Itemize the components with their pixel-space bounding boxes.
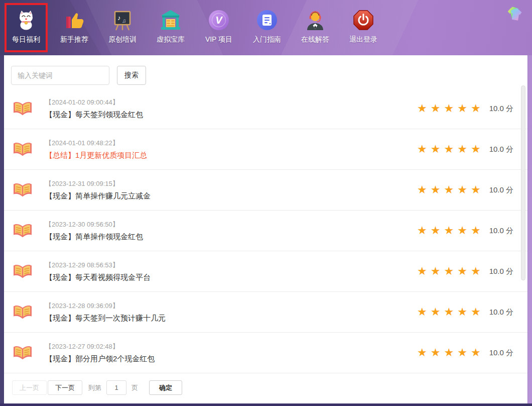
nav-label: 入门指南	[253, 35, 281, 44]
item-score: 10.0 分	[489, 308, 513, 317]
item-title[interactable]: 【现金】每天签到一次预计赚十几元	[45, 314, 166, 323]
item-timestamp: 【2023-12-28 09:36:09】	[45, 301, 166, 311]
confirm-page-button[interactable]: 确定	[149, 380, 182, 395]
search-button[interactable]: 搜索	[117, 66, 146, 85]
item-title[interactable]: 【现金】每天签到领现金红包	[45, 110, 143, 120]
star-rating-icon: ★★★★★	[417, 347, 484, 358]
nav-label: 虚拟宝库	[157, 35, 185, 44]
support-agent-icon	[304, 8, 326, 32]
star-rating-icon: ★★★★★	[417, 307, 484, 318]
search-input[interactable]	[11, 66, 109, 85]
item-score: 10.0 分	[489, 226, 513, 236]
nav-label: 退出登录	[349, 35, 377, 44]
list-item[interactable]: 【2023-12-28 09:36:09】 【现金】每天签到一次预计赚十几元 ★…	[4, 292, 527, 333]
lucky-cat-icon	[15, 8, 37, 32]
left-page-border	[0, 55, 4, 403]
svg-text:♫: ♫	[122, 18, 126, 24]
search-bar: 搜索	[4, 55, 527, 88]
item-rating: ★★★★★ 10.0 分	[417, 347, 513, 358]
star-rating-icon: ★★★★★	[417, 225, 484, 236]
prev-page-button[interactable]: 上一页	[12, 380, 47, 395]
item-rating: ★★★★★ 10.0 分	[417, 144, 513, 155]
nav-label: 新手推荐	[60, 35, 88, 44]
svg-text:♪: ♪	[117, 14, 121, 22]
item-title[interactable]: 【现金】每天看视频得现金平台	[45, 273, 151, 282]
svg-text:V: V	[215, 15, 223, 26]
nav-tab-newbie-picks[interactable]: 新手推荐	[53, 3, 96, 52]
blackboard-icon: ♪ ♫	[111, 8, 134, 32]
item-score: 10.0 分	[489, 104, 513, 114]
article-list: 【2024-01-02 09:00:44】 【现金】每天签到领现金红包 ★★★★…	[4, 88, 527, 373]
item-title[interactable]: 【现金】简单操作领现金红包	[45, 232, 143, 242]
book-icon	[12, 262, 33, 280]
goto-page-suffix: 页	[131, 383, 138, 392]
book-icon	[12, 181, 33, 199]
goto-page-prefix: 到第	[88, 383, 101, 392]
right-page-border	[527, 55, 532, 403]
nav-tab-virtual-treasury[interactable]: 虚拟宝库	[149, 3, 192, 52]
book-icon	[12, 344, 33, 362]
book-icon	[12, 99, 33, 118]
main-content: 搜索 【2024-01-02 09:00:44】 【现金】每天签到领现金红包	[4, 55, 527, 403]
item-title[interactable]: 【现金】部分用户领2个现金红包	[45, 354, 155, 364]
nav-tab-logout[interactable]: 退出登录	[342, 3, 385, 52]
list-item[interactable]: 【2023-12-29 08:56:53】 【现金】每天看视频得现金平台 ★★★…	[4, 251, 527, 292]
star-rating-icon: ★★★★★	[417, 144, 484, 155]
item-timestamp: 【2023-12-27 09:02:48】	[45, 342, 155, 351]
list-item[interactable]: 【2023-12-31 09:09:15】 【现金】简单操作赚几元立减金 ★★★…	[4, 170, 527, 211]
logout-power-icon	[352, 8, 374, 32]
item-timestamp: 【2023-12-29 08:56:53】	[45, 261, 151, 270]
list-item[interactable]: 【2024-01-01 09:48:22】 【总结】1月更新优质项目汇总 ★★★…	[4, 129, 527, 170]
item-rating: ★★★★★ 10.0 分	[417, 225, 513, 236]
item-title[interactable]: 【总结】1月更新优质项目汇总	[45, 151, 147, 160]
item-score: 10.0 分	[489, 145, 513, 154]
list-item[interactable]: 【2024-01-02 09:00:44】 【现金】每天签到领现金红包 ★★★★…	[4, 88, 527, 129]
nav-label: 在线解答	[301, 35, 329, 44]
item-timestamp: 【2023-12-30 09:56:50】	[45, 220, 143, 229]
star-rating-icon: ★★★★★	[417, 266, 484, 277]
nav-label: 原创培训	[108, 35, 137, 44]
book-icon	[12, 222, 33, 240]
nav-tab-getting-started[interactable]: 入门指南	[245, 3, 289, 52]
item-title[interactable]: 【现金】简单操作赚几元立减金	[45, 191, 151, 201]
item-timestamp: 【2023-12-31 09:09:15】	[45, 179, 151, 188]
star-rating-icon: ★★★★★	[417, 184, 484, 195]
item-rating: ★★★★★ 10.0 分	[417, 307, 513, 318]
top-nav: 每日福利 新手推荐 ♪ ♫ 原创培训	[0, 0, 532, 55]
thumbs-up-icon	[63, 8, 85, 32]
nav-tab-vip-projects[interactable]: V VIP 项目	[197, 3, 240, 52]
item-timestamp: 【2024-01-01 09:48:22】	[45, 139, 147, 148]
bottom-page-border	[0, 403, 532, 406]
list-item[interactable]: 【2023-12-27 09:02:48】 【现金】部分用户领2个现金红包 ★★…	[4, 333, 527, 373]
nav-label: VIP 项目	[205, 35, 232, 44]
item-score: 10.0 分	[489, 267, 513, 276]
item-rating: ★★★★★ 10.0 分	[417, 266, 513, 277]
item-timestamp: 【2024-01-02 09:00:44】	[45, 98, 143, 107]
treasury-icon	[160, 8, 182, 32]
item-rating: ★★★★★ 10.0 分	[417, 103, 513, 114]
star-rating-icon: ★★★★★	[417, 103, 484, 114]
guide-doc-icon	[256, 8, 278, 32]
book-icon	[12, 303, 33, 321]
book-icon	[12, 140, 33, 158]
nav-tab-daily-welfare[interactable]: 每日福利	[5, 3, 48, 52]
item-score: 10.0 分	[489, 348, 513, 358]
scrollbar-thumb[interactable]	[521, 85, 525, 280]
rainbow-shirt-logo-icon	[506, 5, 525, 26]
pagination: 上一页 下一页 到第 页 确定	[4, 373, 527, 395]
nav-tab-online-support[interactable]: 在线解答	[294, 3, 337, 52]
vip-circle-icon: V	[208, 8, 230, 32]
page-number-input[interactable]	[106, 380, 126, 395]
next-page-button[interactable]: 下一页	[48, 380, 82, 395]
list-item[interactable]: 【2023-12-30 09:56:50】 【现金】简单操作领现金红包 ★★★★…	[4, 211, 527, 251]
item-score: 10.0 分	[489, 185, 513, 195]
nav-label: 每日福利	[12, 35, 40, 44]
nav-tab-original-training[interactable]: ♪ ♫ 原创培训	[101, 3, 144, 52]
item-rating: ★★★★★ 10.0 分	[417, 184, 513, 195]
